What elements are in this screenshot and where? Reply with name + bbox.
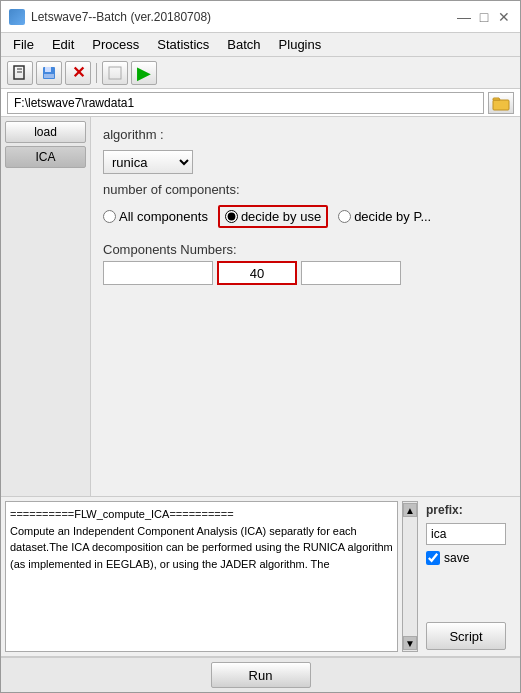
sidebar-ica-button[interactable]: ICA (5, 146, 86, 168)
radio-all-label: All components (119, 209, 208, 224)
algorithm-select-row: runica (103, 150, 508, 174)
new-button[interactable] (7, 61, 33, 85)
svg-rect-6 (109, 67, 121, 79)
app-icon (9, 9, 25, 25)
algorithm-row: algorithm : (103, 127, 508, 142)
radio-decide-p[interactable]: decide by P... (338, 209, 431, 224)
components-right-input (301, 261, 401, 285)
main-window: Letswave7--Batch (ver.20180708) — □ ✕ Fi… (0, 0, 521, 693)
svg-rect-5 (44, 74, 54, 78)
save-button[interactable] (36, 61, 62, 85)
content-area: load ICA algorithm : runica number of co… (1, 117, 520, 496)
menu-bar: File Edit Process Statistics Batch Plugi… (1, 33, 520, 57)
run-bar: Run (1, 656, 520, 692)
maximize-button[interactable]: □ (476, 9, 492, 25)
scroll-down-button[interactable]: ▼ (403, 636, 417, 650)
num-components-label-row: number of components: (103, 182, 508, 197)
svg-rect-7 (493, 100, 509, 110)
save-row: save (426, 551, 514, 565)
components-numbers-label: Components Numbers: (103, 242, 508, 257)
minimize-button[interactable]: — (456, 9, 472, 25)
delete-button[interactable]: ✕ (65, 61, 91, 85)
file-bar (1, 89, 520, 117)
scroll-up-button[interactable]: ▲ (403, 503, 417, 517)
run-button[interactable]: Run (211, 662, 311, 688)
new-icon (12, 65, 28, 81)
radio-all-components[interactable]: All components (103, 209, 208, 224)
save-label: save (444, 551, 469, 565)
sidebar: load ICA (1, 117, 91, 496)
menu-statistics[interactable]: Statistics (149, 35, 217, 54)
components-left-input (103, 261, 213, 285)
main-panel: algorithm : runica number of components:… (91, 117, 520, 496)
folder-icon (492, 95, 510, 111)
radio-decide-use-label: decide by use (241, 209, 321, 224)
toolbar-separator (96, 63, 97, 83)
prefix-input[interactable] (426, 523, 506, 545)
log-text: ==========FLW_compute_ICA========== Comp… (10, 506, 393, 572)
radio-decide-p-label: decide by P... (354, 209, 431, 224)
blank-button[interactable] (102, 61, 128, 85)
close-button[interactable]: ✕ (496, 9, 512, 25)
blank-icon (107, 65, 123, 81)
log-area: ==========FLW_compute_ICA========== Comp… (5, 501, 398, 652)
menu-edit[interactable]: Edit (44, 35, 82, 54)
save-checkbox[interactable] (426, 551, 440, 565)
save-icon (41, 65, 57, 81)
algorithm-label: algorithm : (103, 127, 164, 142)
title-bar-left: Letswave7--Batch (ver.20180708) (9, 9, 211, 25)
bottom-area: ==========FLW_compute_ICA========== Comp… (1, 496, 520, 656)
components-value-input[interactable] (217, 261, 297, 285)
sidebar-load-button[interactable]: load (5, 121, 86, 143)
right-panel: prefix: save Script (420, 497, 520, 656)
menu-process[interactable]: Process (84, 35, 147, 54)
radio-all-input[interactable] (103, 210, 116, 223)
log-scrollbar[interactable]: ▲ ▼ (402, 501, 418, 652)
svg-rect-4 (45, 67, 51, 72)
radio-decide-use-input[interactable] (225, 210, 238, 223)
algorithm-select[interactable]: runica (103, 150, 193, 174)
title-controls: — □ ✕ (456, 9, 512, 25)
toolbar: ✕ ▶ (1, 57, 520, 89)
prefix-label: prefix: (426, 503, 514, 517)
components-section: Components Numbers: (103, 242, 508, 285)
radio-decide-p-input[interactable] (338, 210, 351, 223)
components-input-row (103, 261, 508, 285)
play-icon: ▶ (137, 64, 151, 82)
script-button[interactable]: Script (426, 622, 506, 650)
file-path-input[interactable] (7, 92, 484, 114)
num-components-label: number of components: (103, 182, 240, 197)
radio-group: All components decide by use decide by P… (103, 205, 508, 228)
browse-button[interactable] (488, 92, 514, 114)
run-button-toolbar[interactable]: ▶ (131, 61, 157, 85)
title-bar: Letswave7--Batch (ver.20180708) — □ ✕ (1, 1, 520, 33)
menu-batch[interactable]: Batch (219, 35, 268, 54)
menu-plugins[interactable]: Plugins (271, 35, 330, 54)
radio-decide-use[interactable]: decide by use (218, 205, 328, 228)
window-title: Letswave7--Batch (ver.20180708) (31, 10, 211, 24)
menu-file[interactable]: File (5, 35, 42, 54)
delete-icon: ✕ (72, 63, 85, 82)
